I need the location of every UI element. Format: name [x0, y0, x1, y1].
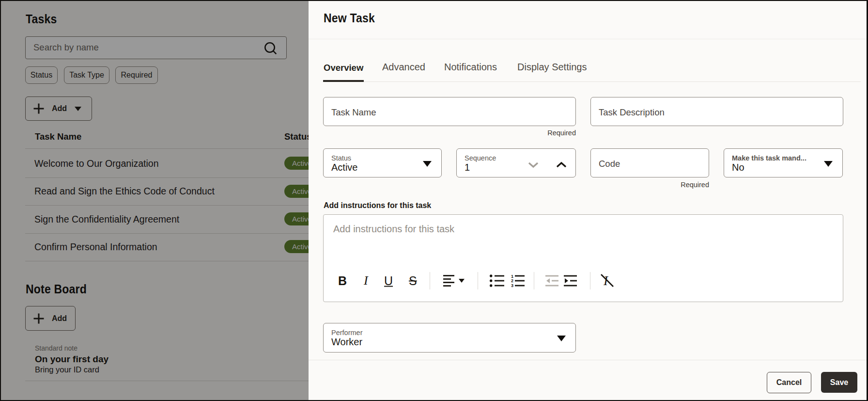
svg-text:2: 2	[511, 278, 513, 283]
svg-text:3: 3	[511, 283, 513, 288]
